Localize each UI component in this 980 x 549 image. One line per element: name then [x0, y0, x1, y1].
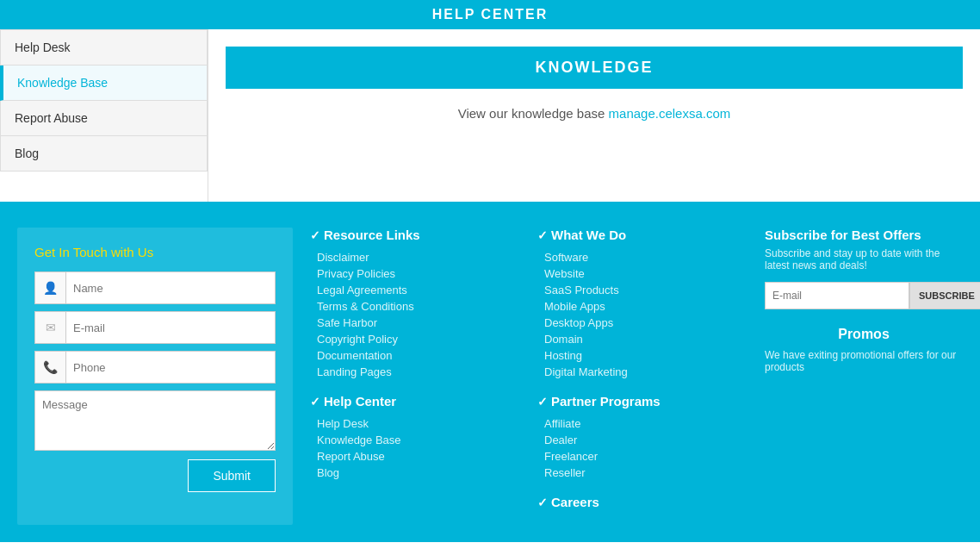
knowledge-link[interactable]: manage.celexsa.com [609, 106, 731, 121]
link-privacy-policies[interactable]: Privacy Policies [310, 267, 529, 280]
link-copyright-policy[interactable]: Copyright Policy [310, 333, 529, 346]
link-helpdesk[interactable]: Help Desk [310, 417, 529, 430]
link-landing-pages[interactable]: Landing Pages [310, 365, 529, 378]
link-affiliate[interactable]: Affiliate [537, 417, 756, 430]
subscribe-section: Subscribe for Best Offers Subscribe and … [765, 228, 963, 309]
person-icon: 👤 [35, 272, 66, 303]
link-desktop-apps[interactable]: Desktop Apps [537, 316, 756, 329]
subscribe-title: Subscribe for Best Offers [765, 228, 963, 242]
checkmark-icon-4: ✓ [537, 395, 548, 409]
submit-button[interactable]: Submit [188, 459, 276, 492]
phone-input[interactable] [66, 354, 275, 381]
sidebar-item-blog[interactable]: Blog [0, 136, 208, 172]
sidebar: Help Desk Knowledge Base Report Abuse Bl… [0, 29, 208, 202]
what-we-do-section: ✓ What We Do Software Website SaaS Produ… [537, 228, 756, 378]
contact-title: Get In Touch with Us [34, 245, 276, 259]
sidebar-item-knowledgebase[interactable]: Knowledge Base [0, 66, 208, 101]
footer-col-what-we-do: ✓ What We Do Software Website SaaS Produ… [537, 228, 756, 525]
main-area: Help Desk Knowledge Base Report Abuse Bl… [0, 29, 980, 202]
link-software[interactable]: Software [537, 251, 756, 264]
link-legal-agreements[interactable]: Legal Agreements [310, 284, 529, 296]
checkmark-icon-2: ✓ [310, 395, 320, 409]
promos-section: Promos We have exiting promotional offer… [765, 327, 963, 373]
what-we-do-title: ✓ What We Do [537, 228, 756, 242]
help-center-section: ✓ Help Center Help Desk Knowledge Base R… [310, 394, 529, 479]
knowledge-banner: KNOWLEDGE [226, 47, 963, 89]
link-dealer[interactable]: Dealer [537, 434, 756, 446]
promos-title: Promos [765, 327, 963, 342]
link-freelancer[interactable]: Freelancer [537, 450, 756, 463]
checkmark-icon-5: ✓ [537, 496, 548, 509]
header-title: HELP CENTER [432, 7, 549, 22]
email-input-group: ✉ [34, 311, 276, 344]
page-header: HELP CENTER [0, 0, 980, 29]
link-mobile-apps[interactable]: Mobile Apps [537, 300, 756, 313]
partner-programs-section: ✓ Partner Programs Affiliate Dealer Free… [537, 394, 756, 479]
contact-form: Get In Touch with Us 👤 ✉ 📞 Submit [17, 228, 293, 525]
footer-col-resources: ✓ Resource Links Disclaimer Privacy Poli… [310, 228, 529, 525]
main-content: KNOWLEDGE View our knowledge base manage… [208, 29, 980, 202]
phone-icon: 📞 [35, 352, 66, 383]
name-input-group: 👤 [34, 271, 276, 304]
subscribe-email-input[interactable] [765, 282, 909, 309]
footer: Get In Touch with Us 👤 ✉ 📞 Submit ✓ Reso… [0, 202, 980, 542]
link-knowledgebase[interactable]: Knowledge Base [310, 434, 529, 446]
link-blog[interactable]: Blog [310, 466, 529, 479]
subscribe-row: SUBSCRIBE [765, 282, 963, 309]
resource-links-title: ✓ Resource Links [310, 228, 529, 242]
link-reseller[interactable]: Reseller [537, 466, 756, 479]
partner-programs-title: ✓ Partner Programs [537, 394, 756, 409]
footer-col-subscribe: Subscribe for Best Offers Subscribe and … [765, 228, 963, 525]
knowledge-text: View our knowledge base manage.celexsa.c… [226, 106, 963, 121]
link-website[interactable]: Website [537, 267, 756, 280]
phone-input-group: 📞 [34, 351, 276, 384]
message-input[interactable] [34, 390, 276, 451]
link-saas-products[interactable]: SaaS Products [537, 284, 756, 296]
email-icon: ✉ [35, 312, 66, 343]
email-input[interactable] [66, 315, 275, 341]
help-center-title: ✓ Help Center [310, 394, 529, 409]
link-safe-harbor[interactable]: Safe Harbor [310, 316, 529, 329]
link-reportabuse[interactable]: Report Abuse [310, 450, 529, 463]
sidebar-item-reportabuse[interactable]: Report Abuse [0, 101, 208, 136]
footer-columns: ✓ Resource Links Disclaimer Privacy Poli… [310, 228, 963, 525]
subscribe-desc: Subscribe and stay up to date with the l… [765, 247, 963, 271]
promos-desc: We have exiting promotional offers for o… [765, 349, 963, 373]
sidebar-item-helpdesk[interactable]: Help Desk [0, 29, 208, 66]
checkmark-icon-3: ✓ [537, 228, 548, 242]
link-digital-marketing[interactable]: Digital Marketing [537, 365, 756, 378]
link-disclaimer[interactable]: Disclaimer [310, 251, 529, 264]
careers-title: ✓ Careers [537, 495, 756, 509]
link-documentation[interactable]: Documentation [310, 349, 529, 362]
link-domain[interactable]: Domain [537, 333, 756, 346]
checkmark-icon: ✓ [310, 228, 320, 242]
careers-section: ✓ Careers [537, 495, 756, 509]
link-terms-conditions[interactable]: Terms & Conditions [310, 300, 529, 313]
resource-links-section: ✓ Resource Links Disclaimer Privacy Poli… [310, 228, 529, 378]
subscribe-button[interactable]: SUBSCRIBE [909, 282, 980, 309]
link-hosting[interactable]: Hosting [537, 349, 756, 362]
name-input[interactable] [66, 275, 275, 302]
